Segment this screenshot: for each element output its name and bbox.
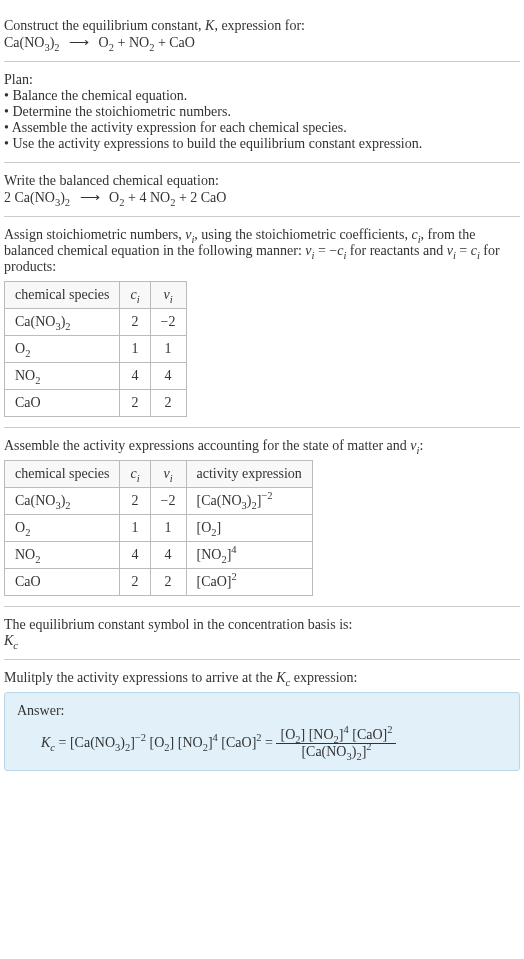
table-row: NO2 4 4 [NO2]4 [5, 542, 313, 569]
text: Ca(NO [15, 314, 55, 329]
text: Ca(NO [15, 493, 55, 508]
subscript: 2 [170, 197, 175, 208]
table-row: O2 1 1 [5, 336, 187, 363]
subscript: 2 [25, 348, 30, 359]
superscript: 2 [232, 571, 237, 582]
plan-header: Plan: [4, 72, 520, 88]
unbalanced-equation: Ca(NO3)2 ⟶ O2 + NO2 + CaO [4, 34, 520, 51]
subscript: 2 [149, 42, 154, 53]
cell: 2 [120, 390, 150, 417]
cell: [Ca(NO3)2]−2 [186, 488, 312, 515]
text: expression: [290, 670, 357, 685]
text: [NO [174, 735, 202, 750]
species: Ca(NO [4, 35, 44, 50]
reaction-arrow-icon: ⟶ [63, 34, 95, 51]
cell: 4 [120, 363, 150, 390]
k-symbol-line: Kc [4, 633, 520, 649]
subscript: 2 [109, 42, 114, 53]
subscript: 2 [65, 500, 70, 511]
cell: 4 [120, 542, 150, 569]
stoich-table: chemical species ci νi Ca(NO3)2 2 −2 O2 … [4, 281, 187, 417]
text: Assign stoichiometric numbers, [4, 227, 185, 242]
subscript: 2 [25, 527, 30, 538]
cell: 4 [150, 542, 186, 569]
table-header-row: chemical species ci νi [5, 282, 187, 309]
subscript: c [13, 640, 18, 651]
activity-table: chemical species ci νi activity expressi… [4, 460, 313, 596]
stoich-section: Assign stoichiometric numbers, νi, using… [4, 217, 520, 428]
table-row: O2 1 1 [O2] [5, 515, 313, 542]
table-row: CaO 2 2 [5, 390, 187, 417]
col-header: ci [120, 461, 150, 488]
text: : [419, 438, 423, 453]
intro-section: Construct the equilibrium constant, K, e… [4, 8, 520, 62]
reaction-arrow-icon: ⟶ [74, 189, 106, 206]
intro-line: Construct the equilibrium constant, K, e… [4, 18, 520, 34]
superscript: −2 [135, 732, 146, 743]
text: [Ca(NO [197, 493, 242, 508]
text: [NO [305, 727, 333, 742]
text: [CaO] [218, 735, 257, 750]
cell: [O2] [186, 515, 312, 542]
k-symbol: K [41, 735, 50, 750]
species: 4 NO [139, 190, 170, 205]
cell: O2 [5, 515, 120, 542]
activity-section: Assemble the activity expressions accoun… [4, 428, 520, 607]
k-symbol: K [4, 633, 13, 648]
plan-section: Plan: Balance the chemical equation. Det… [4, 62, 520, 163]
multiply-text: Mulitply the activity expressions to arr… [4, 670, 520, 686]
species: 2 Ca(NO [4, 190, 55, 205]
cell: NO2 [5, 363, 120, 390]
text: [O [280, 727, 295, 742]
answer-label: Answer: [17, 703, 507, 719]
subscript: 2 [35, 375, 40, 386]
table-row: CaO 2 2 [CaO]2 [5, 569, 313, 596]
cell: 1 [120, 515, 150, 542]
species: O [109, 190, 119, 205]
cell: CaO [5, 390, 120, 417]
text: , using the stoichiometric coefficients, [194, 227, 411, 242]
cell: 1 [120, 336, 150, 363]
text: [Ca(NO [301, 744, 346, 759]
table-row: Ca(NO3)2 2 −2 [5, 309, 187, 336]
superscript: 2 [387, 724, 392, 735]
plan-list: Balance the chemical equation. Determine… [4, 88, 520, 152]
col-header: chemical species [5, 282, 120, 309]
stoich-text: Assign stoichiometric numbers, νi, using… [4, 227, 520, 275]
col-header: νi [150, 461, 186, 488]
cell: 1 [150, 515, 186, 542]
subscript: i [137, 473, 140, 484]
balanced-equation: 2 Ca(NO3)2 ⟶ O2 + 4 NO2 + 2 CaO [4, 189, 520, 206]
text: NO [15, 368, 35, 383]
species: O [99, 35, 109, 50]
text: The equilibrium constant symbol in the c… [4, 617, 520, 633]
cell: 2 [120, 309, 150, 336]
answer-equation: Kc = [Ca(NO3)2]−2 [O2] [NO2]4 [CaO]2 = [… [17, 727, 507, 760]
plan-item: Balance the chemical equation. [4, 88, 520, 104]
cell: −2 [150, 488, 186, 515]
text: O [15, 341, 25, 356]
text: [CaO] [197, 574, 232, 589]
denominator: [Ca(NO3)2]2 [276, 744, 396, 760]
col-header: νi [150, 282, 186, 309]
k-symbol: K [205, 18, 214, 33]
col-header: ci [120, 282, 150, 309]
plan-item: Assemble the activity expression for eac… [4, 120, 520, 136]
text: = [262, 735, 277, 750]
species: NO [129, 35, 149, 50]
superscript: 2 [366, 741, 371, 752]
fraction: [O2] [NO2]4 [CaO]2[Ca(NO3)2]2 [276, 727, 396, 760]
text: Mulitply the activity expressions to arr… [4, 670, 276, 685]
text: ] [217, 520, 222, 535]
plan-item: Use the activity expressions to build th… [4, 136, 520, 152]
cell: −2 [150, 309, 186, 336]
cell: 2 [150, 569, 186, 596]
table-header-row: chemical species ci νi activity expressi… [5, 461, 313, 488]
subscript: 2 [65, 321, 70, 332]
cell: [CaO]2 [186, 569, 312, 596]
col-header: chemical species [5, 461, 120, 488]
species: 2 CaO [190, 190, 226, 205]
cell: NO2 [5, 542, 120, 569]
k-symbol: K [276, 670, 285, 685]
text: [CaO] [349, 727, 388, 742]
